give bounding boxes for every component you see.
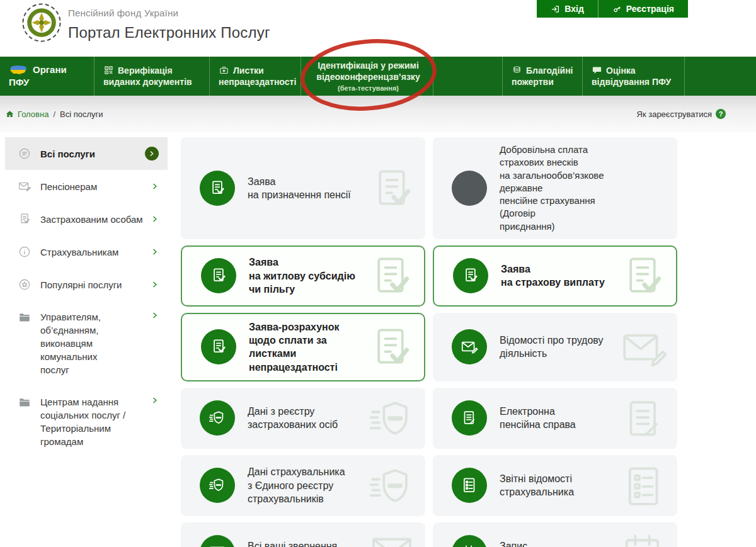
nav-item-organy-pfu[interactable]: Органи ПФУ	[0, 57, 94, 96]
sidebar-item-social-service-centers[interactable]: Центрам надання соціальних послуг / Тери…	[5, 386, 168, 458]
card-employment-records[interactable]: Відомості про трудову діяльність	[433, 313, 677, 381]
register-button[interactable]: Реєстрація	[598, 0, 688, 18]
site-header: Пенсійний фонд України Портал Електронни…	[0, 0, 756, 57]
sidebar: Всі послуги Пенсіонерам Застрахованим ос…	[5, 137, 168, 547]
nav-label: Оцінка відвідування ПФУ	[592, 65, 671, 87]
nav-label: Верифікація виданих документів	[103, 65, 192, 87]
card-voluntary-insurance-payment[interactable]: Добровільна сплата страхових внесків на …	[433, 137, 677, 239]
card-sick-leave-payment-calculation[interactable]: Заява-розрахунок щодо сплати за листками…	[181, 313, 425, 381]
envelope-watermark-icon	[366, 529, 418, 547]
chevron-right-circle-icon	[145, 147, 159, 161]
sidebar-item-label: Застрахованим особам	[40, 213, 146, 226]
content-area: Всі послуги Пенсіонерам Застрахованим ос…	[0, 132, 756, 547]
card-insurance-payout-application[interactable]: Заява на страхову виплату	[433, 245, 677, 307]
nav-item-visit-rating[interactable]: Оцінка відвідування ПФУ	[583, 57, 685, 96]
login-button[interactable]: Вхід	[537, 0, 598, 18]
ukraine-map-icon	[9, 64, 28, 76]
chevron-right-icon	[151, 181, 159, 192]
how-to-register-link[interactable]: Як зареєструватися ?	[637, 109, 726, 119]
shield-watermark-icon	[366, 394, 418, 446]
sidebar-item-label: Пенсіонерам	[40, 180, 146, 193]
sidebar-item-insured-persons[interactable]: Застрахованим особам	[5, 203, 168, 235]
document-check-icon	[18, 212, 32, 226]
speech-bubble-icon	[592, 65, 602, 76]
shield-data-icon	[200, 468, 235, 503]
sidebar-item-label: Центрам надання соціальних послуг / Тери…	[40, 395, 146, 448]
register-label: Реєстрація	[626, 4, 674, 14]
chevron-right-icon	[151, 279, 159, 290]
card-electronic-pension-file[interactable]: Електронна пенсійна справа	[433, 388, 677, 449]
first-aid-kit-icon	[219, 65, 229, 76]
card-title: Запис на прийом	[500, 539, 549, 547]
folder-icon	[18, 395, 32, 409]
card-housing-subsidy-application[interactable]: Заява на житлову субсидію чи пільгу	[181, 245, 425, 307]
document-check-watermark-icon	[366, 164, 418, 215]
document-check-icon	[200, 171, 235, 206]
org-name: Пенсійний фонд України	[68, 8, 270, 18]
card-insurer-reports[interactable]: Звітні відомості страхувальника	[433, 455, 677, 516]
home-icon	[5, 110, 14, 119]
sidebar-item-popular-services[interactable]: Популярні послуги	[5, 268, 168, 301]
breadcrumb-home-link[interactable]: Головна	[18, 110, 49, 119]
qr-code-icon	[103, 65, 114, 76]
nav-label: Ідентифікація у режимі відеоконференцзв’…	[310, 60, 427, 82]
sidebar-item-label: Популярні послуги	[40, 278, 146, 291]
card-appointment-booking[interactable]: Запис на прийом	[433, 522, 677, 547]
document-check-icon	[201, 329, 236, 364]
document-check-icon	[201, 258, 236, 293]
envelope-pencil-icon	[18, 179, 32, 193]
breadcrumb-separator: /	[53, 110, 55, 119]
main-nav: Органи ПФУ Верифікація виданих документі…	[0, 57, 756, 96]
card-title: Заява на житлову субсидію чи пільгу	[249, 256, 364, 296]
sidebar-item-label: Всі послуги	[40, 147, 140, 161]
sidebar-item-insurers[interactable]: Страхувальникам	[5, 235, 168, 268]
card-insurer-registry-data[interactable]: Дані страхувальника з Єдиного реєстру ст…	[181, 455, 425, 516]
card-title: Електронна пенсійна справа	[500, 405, 576, 432]
chevron-right-icon	[151, 395, 159, 406]
pfu-emblem-icon	[21, 3, 62, 43]
nav-item-verification[interactable]: Верифікація виданих документів	[94, 57, 210, 96]
pfu-portal-page: Пенсійний фонд України Портал Електронни…	[0, 0, 756, 547]
sidebar-item-label: Управителям, об’єднанням, виконавцям ком…	[40, 310, 146, 376]
calendar-pencil-watermark-icon	[618, 529, 670, 547]
card-title: Всі ваші звернення до органів ПФУ	[248, 539, 337, 547]
breadcrumb: Головна / Всі послуги	[5, 110, 103, 119]
envelope-closed-icon	[200, 535, 235, 547]
login-label: Вхід	[564, 4, 584, 14]
card-pension-application[interactable]: Заява на призначення пенсії	[181, 137, 425, 239]
services-grid: Заява на призначення пенсії Добровільна …	[181, 137, 677, 547]
document-check-watermark-icon	[365, 323, 416, 375]
sidebar-item-label: Страхувальникам	[40, 245, 146, 259]
header-titles: Пенсійний фонд України Портал Електронни…	[68, 8, 270, 42]
envelope-pencil-watermark-icon	[618, 323, 670, 375]
nav-item-video-identification[interactable]: Ідентифікація у режимі відеоконференцзв’…	[301, 57, 433, 96]
document-pencil-icon	[452, 400, 487, 436]
nav-sublabel-beta: (бета-тестування)	[338, 84, 399, 93]
sidebar-item-building-managers[interactable]: Управителям, об’єднанням, виконавцям ком…	[5, 301, 168, 386]
nav-item-sick-leaves[interactable]: Листки непрацездатності	[210, 57, 301, 96]
report-list-icon	[452, 468, 487, 503]
card-appeals-to-pfu[interactable]: Всі ваші звернення до органів ПФУ	[181, 522, 425, 547]
coins-icon	[512, 65, 522, 76]
card-insured-persons-registry-data[interactable]: Дані з реєстру застрахованих осіб	[181, 388, 425, 449]
folder-icon	[18, 310, 32, 324]
chevron-right-icon	[151, 310, 159, 321]
document-check-watermark-icon	[617, 252, 668, 303]
document-check-watermark-icon	[365, 252, 416, 303]
question-circle-icon: ?	[716, 109, 726, 119]
envelope-pencil-icon	[452, 329, 487, 364]
pfu-logo[interactable]	[21, 3, 62, 43]
auth-buttons: Вхід Реєстрація	[537, 0, 688, 18]
card-title: Добровільна сплата страхових внесків на …	[500, 144, 617, 233]
card-title: Дані страхувальника з Єдиного реєстру ст…	[248, 465, 345, 505]
document-pencil-watermark-icon	[618, 394, 670, 446]
star-circle-icon	[18, 278, 32, 291]
card-title: Заява-розрахунок щодо сплати за листками…	[249, 320, 364, 374]
sidebar-item-all-services[interactable]: Всі послуги	[5, 137, 168, 170]
calendar-pencil-icon	[452, 535, 487, 547]
nav-item-donations[interactable]: Благодійні пожертви	[503, 57, 583, 96]
how-to-register-label: Як зареєструватися	[637, 110, 712, 119]
shield-data-icon	[200, 400, 235, 436]
shield-watermark-icon	[366, 461, 418, 513]
sidebar-item-pensioners[interactable]: Пенсіонерам	[5, 170, 168, 203]
